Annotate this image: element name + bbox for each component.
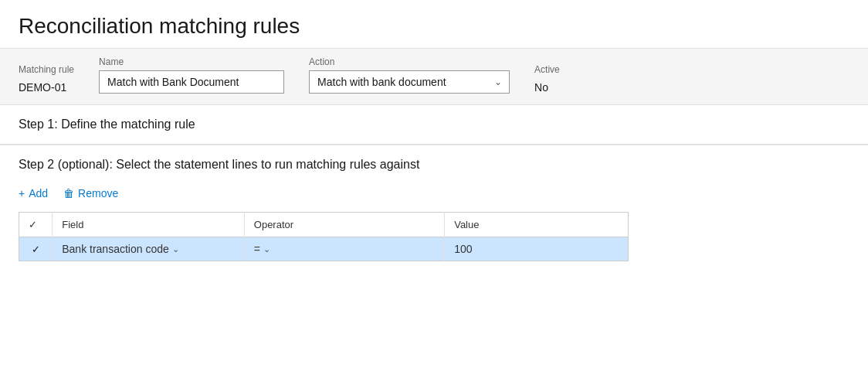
active-label: Active — [534, 64, 560, 75]
row-operator-cell[interactable]: = ⌄ — [244, 237, 444, 261]
add-button-label: Add — [29, 187, 48, 199]
action-label: Action — [309, 56, 510, 67]
row-value-text: 100 — [454, 243, 472, 255]
row-field-value: Bank transaction code — [62, 243, 169, 255]
table-header-row: ✓ Field Operator Value — [19, 213, 629, 237]
step1-section: Step 1: Define the matching rule — [0, 105, 868, 145]
page-title: Reconciliation matching rules — [0, 0, 868, 48]
step2-section: Step 2 (optional): Select the statement … — [0, 145, 868, 274]
row-value-cell[interactable]: 100 — [445, 237, 629, 261]
field-cell-content: Bank transaction code ⌄ — [62, 243, 235, 255]
conditions-table: ✓ Field Operator Value ✓ Bank transactio… — [19, 212, 629, 261]
action-select[interactable]: Match with bank document — [309, 70, 510, 94]
header-row: Matching rule DEMO-01 Name Action Match … — [0, 48, 868, 105]
step2-title: Step 2 (optional): Select the statement … — [19, 158, 849, 172]
remove-icon: 🗑 — [63, 187, 74, 199]
matching-rule-label: Matching rule — [19, 64, 74, 75]
col-header-field: Field — [53, 213, 245, 237]
field-chevron-icon: ⌄ — [172, 244, 179, 254]
row-operator-value: = — [254, 243, 260, 255]
matching-rule-group: Matching rule DEMO-01 — [19, 64, 74, 94]
name-label: Name — [99, 56, 284, 67]
active-group: Active No — [534, 64, 560, 94]
col-header-check: ✓ — [19, 213, 53, 237]
add-button[interactable]: + Add — [19, 184, 48, 203]
step2-toolbar: + Add 🗑 Remove — [19, 184, 849, 203]
row-check-cell: ✓ — [19, 237, 53, 261]
add-icon: + — [19, 187, 25, 199]
matching-rule-value: DEMO-01 — [19, 78, 74, 94]
col-header-operator: Operator — [244, 213, 444, 237]
remove-button[interactable]: 🗑 Remove — [63, 184, 118, 203]
col-header-value: Value — [445, 213, 629, 237]
action-group: Action Match with bank document ⌄ — [309, 56, 510, 94]
step1-title: Step 1: Define the matching rule — [19, 118, 849, 131]
operator-chevron-icon: ⌄ — [263, 244, 270, 254]
row-checkmark-icon: ✓ — [32, 244, 40, 255]
active-value: No — [534, 78, 560, 94]
action-select-wrapper: Match with bank document ⌄ — [309, 70, 510, 94]
name-input[interactable] — [99, 70, 284, 94]
name-group: Name — [99, 56, 284, 94]
remove-button-label: Remove — [78, 187, 118, 199]
row-field-cell[interactable]: Bank transaction code ⌄ — [53, 237, 245, 261]
table-row: ✓ Bank transaction code ⌄ = ⌄ 100 — [19, 237, 629, 261]
operator-cell-content: = ⌄ — [254, 243, 435, 255]
